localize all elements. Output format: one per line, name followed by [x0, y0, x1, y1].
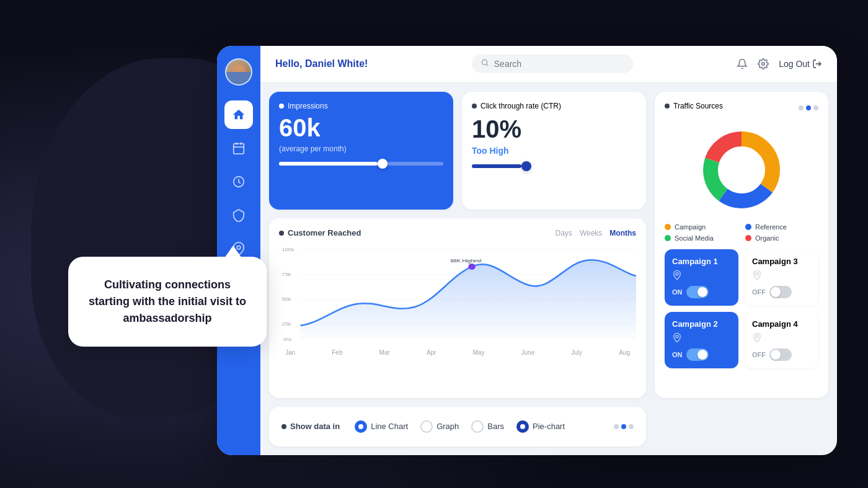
greeting-hello: Hello, [275, 58, 303, 69]
traffic-label: Traffic Sources [665, 102, 723, 110]
show-data-title: Show data in [281, 422, 340, 431]
impressions-slider[interactable] [279, 162, 443, 166]
radio-bars[interactable] [471, 420, 484, 433]
svg-point-16 [676, 335, 678, 337]
option-pie-chart[interactable]: Pie-chart [516, 420, 565, 433]
ctr-dot [472, 104, 477, 109]
campaign-1-icon [672, 270, 731, 282]
svg-text:100k: 100k [282, 247, 295, 252]
campaign-2-toggle[interactable] [686, 348, 709, 361]
notification-icon[interactable] [737, 58, 748, 69]
campaign-cards: Campaign 1 ON [665, 249, 818, 368]
traffic-nav-dot-3 [813, 105, 818, 110]
chart-peak-label: 88K Highest [450, 258, 482, 264]
main-content: Hello, Daniel White! [260, 46, 837, 455]
show-data-dot [281, 424, 286, 429]
legend-organic: Organic [745, 234, 818, 242]
search-icon [480, 58, 489, 69]
traffic-header: Traffic Sources [665, 102, 818, 114]
scene: Cultivating connections starting with th… [31, 21, 837, 468]
legend-dot-organic [745, 235, 751, 241]
radio-pie-chart[interactable] [516, 420, 529, 433]
speech-bubble: Cultivating connections starting with th… [68, 257, 267, 347]
show-data-card: Show data in Line Chart Graph [269, 407, 646, 446]
sidebar-item-clock[interactable] [224, 167, 253, 196]
option-graph[interactable]: Graph [420, 420, 459, 433]
ctr-card: Click through rate (CTR) 10% Too High [462, 92, 646, 210]
campaign-3-icon [752, 270, 811, 282]
header-actions: Log Out [737, 58, 822, 69]
radio-graph[interactable] [420, 420, 433, 433]
sidebar-item-shield[interactable] [224, 201, 253, 229]
ctr-status: Too High [472, 146, 636, 156]
campaign-3-card: Campaign 3 OFF [745, 249, 818, 306]
campaign-2-name: Campaign 2 [672, 319, 731, 329]
logout-label: Log Out [779, 59, 810, 69]
legend-dot-reference [745, 224, 751, 230]
radio-line-chart[interactable] [355, 420, 367, 433]
traffic-nav-dot-2 [806, 105, 811, 110]
impressions-dot [279, 104, 284, 109]
impressions-value: 60k [279, 114, 443, 142]
time-tab-months[interactable]: Months [609, 229, 636, 237]
ctr-slider[interactable] [472, 164, 636, 168]
impressions-subtext: (average per month) [279, 144, 443, 153]
svg-point-8 [762, 63, 765, 66]
search-bar[interactable] [472, 55, 633, 73]
svg-text:25k: 25k [282, 321, 292, 327]
svg-point-6 [482, 60, 487, 64]
campaign-1-toggle-row: ON [672, 286, 731, 298]
ctr-slider-fill [472, 164, 521, 168]
x-axis-labels: Jan Feb Mar Apr May June July Aug [279, 349, 636, 356]
time-tab-days[interactable]: Days [556, 229, 572, 237]
header-greeting: Hello, Daniel White! [275, 58, 368, 69]
donut-center [720, 148, 763, 192]
avatar-image [226, 60, 251, 84]
search-input[interactable] [494, 59, 624, 69]
donut-chart [698, 126, 785, 213]
donut-chart-container [665, 126, 818, 213]
impressions-card: Impressions 60k (average per month) [269, 92, 453, 210]
campaign-1-card: Campaign 1 ON [665, 249, 738, 306]
chart-header: Customer Reached Days Weeks Months [279, 228, 636, 237]
sidebar-item-home[interactable] [224, 100, 253, 129]
campaign-2-card: Campaign 2 ON [665, 312, 738, 368]
legend-social: Social Media [665, 234, 738, 242]
ctr-slider-thumb [521, 161, 531, 171]
traffic-dot [665, 104, 670, 109]
time-tabs: Days Weeks Months [556, 229, 636, 237]
dashboard: Impressions 60k (average per month) Clic… [260, 83, 837, 455]
app-card: Hello, Daniel White! [217, 46, 837, 455]
time-tab-weeks[interactable]: Weeks [580, 229, 602, 237]
campaign-4-toggle-row: OFF [752, 348, 811, 361]
show-data-nav-dots [614, 424, 634, 429]
campaign-1-toggle[interactable] [686, 286, 709, 298]
campaign-4-name: Campaign 4 [752, 319, 811, 329]
campaign-3-name: Campaign 3 [752, 257, 811, 266]
area-chart: 100k 75k 50k 25k 0% [279, 245, 636, 344]
chart-title: Customer Reached [279, 228, 361, 237]
chart-peak-dot [468, 264, 476, 270]
option-bars[interactable]: Bars [471, 420, 504, 433]
sidebar-item-calendar[interactable] [224, 134, 253, 162]
greeting-name: Daniel White! [305, 58, 368, 69]
logout-button[interactable]: Log Out [779, 59, 822, 69]
legend-dot-campaign [665, 224, 671, 230]
impressions-slider-fill [279, 162, 378, 166]
svg-text:50k: 50k [282, 296, 292, 302]
campaign-3-toggle[interactable] [769, 286, 792, 298]
traffic-nav-dots [799, 105, 818, 110]
campaign-4-toggle[interactable] [769, 348, 792, 361]
svg-point-17 [756, 335, 758, 337]
avatar [225, 58, 252, 86]
impressions-slider-thumb [378, 159, 388, 169]
campaign-4-card: Campaign 4 OFF [745, 312, 818, 368]
campaign-1-name: Campaign 1 [672, 257, 731, 266]
traffic-nav-dot-1 [799, 105, 804, 110]
svg-text:75k: 75k [282, 272, 292, 277]
svg-line-7 [486, 64, 488, 66]
impressions-label: Impressions [279, 102, 443, 110]
settings-icon[interactable] [758, 58, 769, 69]
header: Hello, Daniel White! [260, 46, 837, 83]
option-line-chart[interactable]: Line Chart [355, 420, 408, 433]
